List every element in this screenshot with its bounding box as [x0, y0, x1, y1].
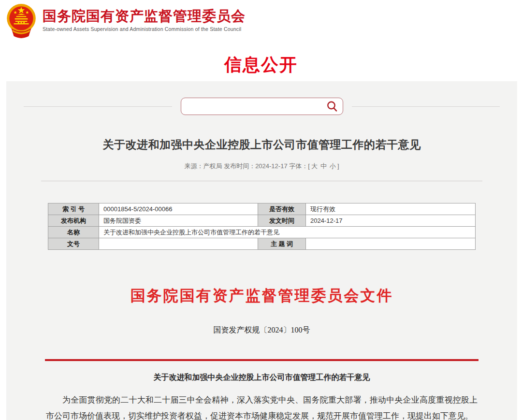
- table-row: 文号 主 题 词: [48, 238, 476, 250]
- meta-value-index: 00001854-5/2024-00066: [99, 203, 258, 215]
- meta-label-index: 索 引 号: [48, 203, 99, 215]
- section-divider: [41, 181, 482, 181]
- divider-left: [24, 106, 172, 107]
- document-letterhead: 国务院国有资产监督管理委员会文件: [6, 286, 517, 306]
- publish-date: 2024-12-17: [255, 162, 288, 170]
- org-name-en: State-owned Assets Supervision and Admin…: [43, 26, 246, 32]
- font-size-medium-button[interactable]: 中: [319, 162, 328, 170]
- source-label: 来源：: [185, 162, 203, 170]
- meta-label-name: 名称: [48, 227, 99, 238]
- source-value: 产权局: [203, 162, 222, 170]
- font-size-small-button[interactable]: 小: [328, 162, 337, 170]
- magnifier-icon: [326, 100, 338, 113]
- table-row: 名称 关于改进和加强中央企业控股上市公司市值管理工作的若干意见: [48, 227, 476, 238]
- search-box: [181, 98, 343, 115]
- letterhead-red-rule: [45, 359, 478, 361]
- site-logo[interactable]: 国务院国有资产监督管理委员会 State-owned Assets Superv…: [5, 3, 246, 39]
- national-emblem-icon: [5, 3, 38, 39]
- table-row: 索 引 号 00001854-5/2024-00066 是否有效 现行有效: [48, 203, 476, 215]
- font-size-large-button[interactable]: 大: [310, 162, 319, 170]
- publish-label: 发布时间：: [224, 162, 255, 170]
- meta-label-issue-date: 发文时间: [258, 215, 306, 227]
- org-name-zh: 国务院国有资产监督管理委员会: [43, 8, 246, 24]
- divider-right: [352, 106, 500, 107]
- document-number: 国资发产权规〔2024〕100号: [6, 325, 517, 335]
- article-meta-line: 来源：产权局 发布时间：2024-12-17 字体：[大中小]: [6, 162, 517, 171]
- meta-value-name: 关于改进和加强中央企业控股上市公司市值管理工作的若干意见: [99, 227, 476, 238]
- article-title: 关于改进和加强中央企业控股上市公司市值管理工作的若干意见: [6, 137, 517, 152]
- meta-label-validity: 是否有效: [258, 203, 306, 215]
- meta-value-issue-date: 2024-12-17: [306, 215, 476, 227]
- content-card: 关于改进和加强中央企业控股上市公司市值管理工作的若干意见 来源：产权局 发布时间…: [6, 81, 517, 420]
- search-row: [6, 98, 517, 115]
- meta-label-subject: 主 题 词: [258, 238, 306, 250]
- meta-value-doc-number: [99, 238, 258, 250]
- meta-label-doc-number: 文号: [48, 238, 99, 250]
- search-input[interactable]: [188, 99, 323, 114]
- meta-label-issuer: 发布机构: [48, 215, 99, 227]
- page-title: 信息公开: [0, 53, 522, 77]
- font-label: 字体：: [289, 162, 308, 170]
- document-paragraph: 为全面贯彻党的二十大和二十届三中全会精神，深入落实党中央、国务院重大部署，推动中…: [46, 392, 478, 420]
- table-row: 发布机构 国务院国资委 发文时间 2024-12-17: [48, 215, 476, 227]
- meta-value-issuer: 国务院国资委: [99, 215, 258, 227]
- search-button[interactable]: [325, 100, 339, 114]
- document-meta-table: 索 引 号 00001854-5/2024-00066 是否有效 现行有效 发布…: [48, 203, 476, 250]
- document-title: 关于改进和加强中央企业控股上市公司市值管理工作的若干意见: [6, 373, 517, 383]
- bracket-close: ]: [337, 162, 339, 170]
- meta-value-validity: 现行有效: [306, 203, 476, 215]
- meta-value-subject: [306, 238, 476, 250]
